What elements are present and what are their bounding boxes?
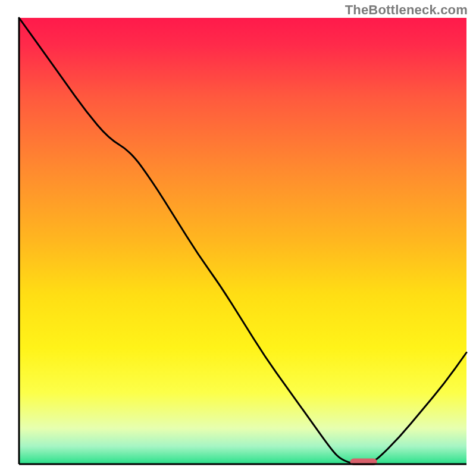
- watermark-text: TheBottleneck.com: [345, 2, 468, 18]
- bottleneck-chart: [0, 0, 476, 476]
- plot-background: [19, 18, 466, 464]
- chart-container: TheBottleneck.com: [0, 0, 476, 476]
